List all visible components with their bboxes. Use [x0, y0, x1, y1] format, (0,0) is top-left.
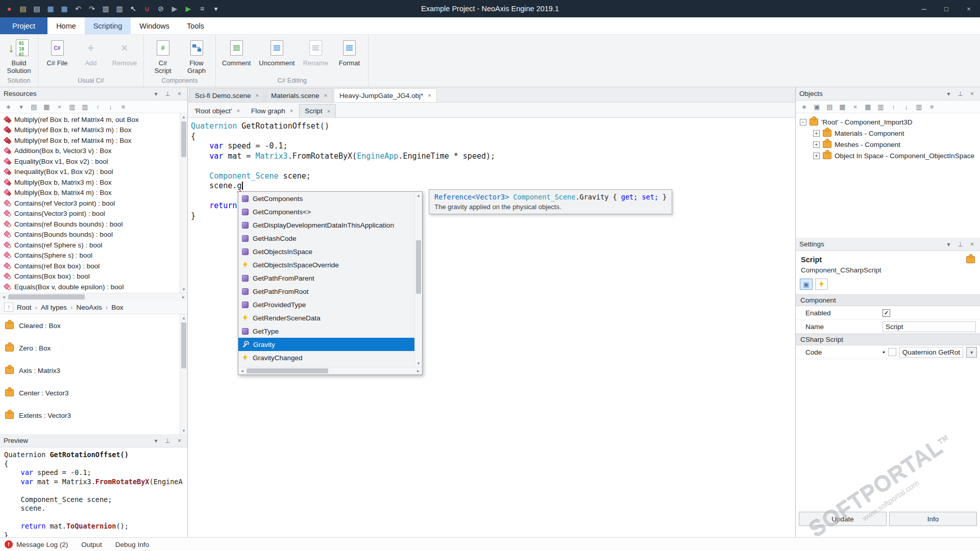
scroll-up-icon[interactable]: ▲ — [180, 314, 187, 321]
expand-icon[interactable]: + — [813, 153, 820, 159]
copy-icon[interactable]: ▥ — [68, 103, 76, 111]
tree-item[interactable]: Contains(ref Bounds bounds) : bool — [0, 219, 187, 230]
play-icon[interactable]: ▶ — [184, 5, 192, 13]
scrollbar-thumb[interactable] — [416, 240, 421, 294]
doc-tab-scifi-demo[interactable]: Sci-fi Demo.scene× — [189, 88, 264, 102]
member-item[interactable]: Zero : Box — [0, 337, 187, 359]
snap-icon[interactable]: ⊘ — [157, 5, 165, 13]
csharp-script-button[interactable]: # C#Script — [146, 36, 180, 76]
autocomplete-item[interactable]: GetRenderSceneData — [238, 311, 422, 324]
autocomplete-item[interactable]: GravityChanged — [238, 351, 422, 364]
tab-tools[interactable]: Tools — [178, 17, 213, 34]
build-solution-button[interactable]: ↓01 10 01 BuildSolution — [2, 36, 36, 76]
autocomplete-item[interactable]: GetObjectsInSpaceOverride — [238, 258, 422, 271]
open-icon[interactable]: ▤ — [826, 103, 834, 111]
reference-box[interactable] — [888, 348, 896, 356]
move-down-icon[interactable]: ↓ — [107, 103, 114, 111]
close-icon[interactable]: × — [968, 90, 976, 97]
output-button[interactable]: Output — [81, 541, 102, 548]
tab-root-object[interactable]: 'Root object'× — [189, 104, 245, 117]
list-icon[interactable]: ≡ — [119, 103, 127, 111]
autocomplete-item[interactable]: GetDisplayDevelopmentDataInThisApplicati… — [238, 218, 422, 232]
autocomplete-item[interactable]: GetObjectsInSpace — [238, 245, 422, 258]
delete-icon[interactable]: × — [56, 103, 63, 111]
tree-item[interactable]: Equals(Box v, double epsilon) : bool — [0, 282, 187, 292]
tree-item[interactable]: Contains(Vector3 point) : bool — [0, 209, 187, 219]
collapse-icon[interactable]: − — [800, 119, 806, 126]
tab-flow-graph[interactable]: Flow graph× — [246, 104, 298, 117]
flow-graph-button[interactable]: FlowGraph — [180, 36, 213, 76]
delete-icon[interactable]: × — [851, 103, 859, 111]
member-item[interactable]: Center : Vector3 — [0, 382, 187, 404]
tree-item[interactable]: Multiply(ref Box b, ref Matrix4 m, out B… — [0, 114, 187, 125]
vertical-scrollbar[interactable]: ▲ ▼ — [180, 113, 187, 293]
tree-item-object-in-space[interactable]: + Object In Space - Component_ObjectInSp… — [800, 150, 980, 161]
menu-project-button[interactable]: Project — [0, 17, 47, 34]
tree-item[interactable]: Contains(ref Vector3 point) : bool — [0, 198, 187, 209]
tree-item[interactable]: Contains(Bounds bounds) : bool — [0, 230, 187, 240]
pin-icon[interactable]: ⊥ — [163, 90, 172, 97]
play-disabled-icon[interactable]: ▶ — [170, 5, 179, 13]
minimize-button[interactable]: ─ — [913, 0, 935, 17]
member-item[interactable]: Cleared : Box — [0, 314, 187, 337]
breadcrumb-item[interactable]: Box — [111, 304, 123, 311]
tree-item[interactable]: Contains(ref Sphere s) : bool — [0, 240, 187, 251]
tree-item[interactable]: Contains(Sphere s) : bool — [0, 251, 187, 261]
expand-icon[interactable]: + — [813, 141, 820, 148]
group-header-component[interactable]: Component — [796, 294, 980, 306]
maximize-button[interactable]: □ — [935, 0, 958, 17]
tree-item[interactable]: Multiply(Box b, Matrix4 m) : Box — [0, 188, 187, 198]
csharp-file-button[interactable]: C# C# File — [40, 36, 74, 76]
paste-icon[interactable]: ▥ — [81, 103, 89, 111]
move-up-icon[interactable]: ↑ — [890, 103, 897, 111]
breadcrumb-item[interactable]: NeoAxis — [77, 304, 102, 311]
enabled-checkbox[interactable]: ✓ — [883, 309, 890, 317]
scrollbar-thumb[interactable] — [8, 294, 85, 299]
autocomplete-item-selected[interactable]: Gravity — [238, 338, 422, 351]
doc-tab-materials[interactable]: Materials.scene× — [265, 88, 333, 102]
tab-home[interactable]: Home — [47, 17, 85, 34]
clone-icon[interactable]: ▦ — [864, 103, 872, 111]
settings-icon[interactable]: ≡ — [928, 103, 936, 111]
save-icon[interactable]: ▦ — [46, 5, 55, 13]
breadcrumb-item[interactable]: Root — [17, 304, 32, 311]
tree-item[interactable]: Inequality(Box v1, Box v2) : bool — [0, 167, 187, 178]
paste-icon[interactable]: ▥ — [115, 5, 124, 13]
pin-icon[interactable]: ⊥ — [956, 241, 965, 248]
group-header-csharp-script[interactable]: CSharp Script — [796, 334, 980, 345]
autocomplete-item[interactable]: GetProvidedType — [238, 298, 422, 311]
close-icon[interactable]: × — [968, 241, 976, 248]
scroll-right-icon[interactable]: ► — [180, 293, 187, 300]
format-button[interactable]: Format — [332, 36, 366, 76]
rename-button[interactable]: Rename — [299, 36, 332, 76]
scrollbar-thumb[interactable] — [181, 121, 186, 157]
debug-info-button[interactable]: Debug Info — [115, 541, 149, 548]
close-button[interactable]: × — [958, 0, 980, 17]
remove-button[interactable]: × Remove — [108, 36, 141, 76]
preview-mode-button[interactable]: ▣ — [800, 279, 813, 290]
autocomplete-item[interactable]: GetHashCode — [238, 232, 422, 245]
scroll-down-icon[interactable]: ▼ — [180, 286, 187, 293]
redo-icon[interactable]: ↷ — [88, 5, 96, 13]
tree-item[interactable]: Equality(Box v1, Box v2) : bool — [0, 156, 187, 167]
code-value-field[interactable]: Quaternion GetRot — [899, 347, 963, 358]
breadcrumb-item[interactable]: All types — [41, 304, 67, 311]
close-icon[interactable]: × — [290, 108, 293, 114]
select-arrow-icon[interactable]: ↖ — [129, 5, 137, 13]
scroll-down-icon[interactable]: ▼ — [180, 427, 187, 434]
expand-icon[interactable]: + — [813, 130, 820, 137]
tree-item[interactable]: Multiply(ref Box b, ref Matrix3 m) : Box — [0, 125, 187, 136]
member-item[interactable]: Extents : Vector3 — [0, 404, 187, 427]
undo-icon[interactable]: ↶ — [74, 5, 82, 13]
close-icon[interactable]: × — [175, 437, 184, 444]
autocomplete-item[interactable]: GetComponents<> — [238, 205, 422, 218]
save-icon[interactable]: ▦ — [43, 103, 51, 111]
app-logo-icon[interactable]: ● — [5, 5, 13, 13]
scroll-right-icon[interactable]: ► — [414, 367, 422, 374]
tree-item[interactable]: Multiply(ref Box b, ref Matrix4 m) : Box — [0, 135, 187, 146]
add-button[interactable]: + Add — [74, 36, 108, 76]
code-dropdown-button[interactable]: ▾ — [966, 347, 977, 358]
tree-item-root[interactable]: − 'Root' - Component_Import3D — [800, 116, 980, 128]
magnet-icon[interactable]: ∪ — [143, 5, 151, 13]
tools-icon[interactable]: ≡ — [198, 5, 206, 13]
